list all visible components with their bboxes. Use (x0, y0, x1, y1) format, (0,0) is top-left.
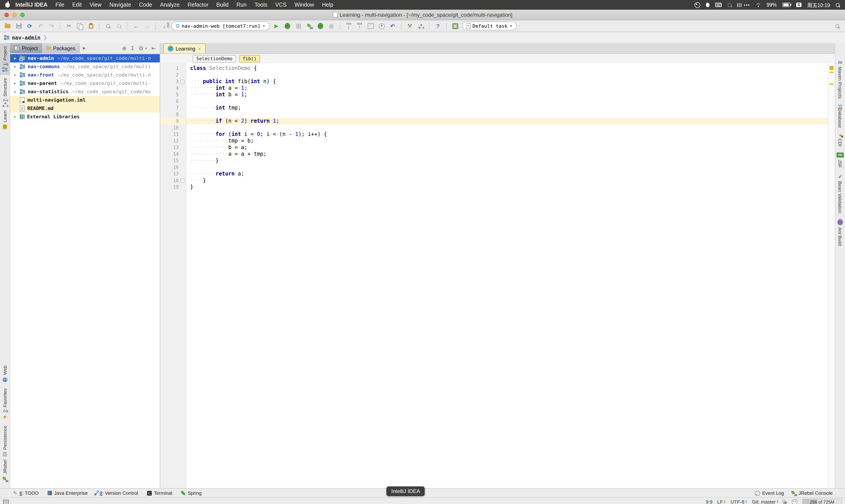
stripe-item-cdi[interactable]: CDI (835, 131, 845, 150)
editor-tab-learning[interactable]: C Learning × (163, 43, 205, 53)
input-method-badge[interactable]: EN (715, 3, 722, 7)
stripe-item-bean-validation[interactable]: ✓Bean Validation (835, 171, 845, 216)
help-button[interactable]: ? (434, 22, 442, 30)
menu-help[interactable]: Help (318, 2, 337, 8)
jrebel-debug-button[interactable] (316, 22, 324, 30)
gutter-line-16[interactable]: 16 (160, 164, 186, 170)
code-line-3[interactable]: ····public·int·fib(int·n)·{ (186, 78, 828, 85)
columns-tray-icon[interactable] (737, 3, 738, 7)
jrebel-run-button[interactable]: JR (305, 22, 314, 30)
cut-button[interactable]: ✂ (65, 22, 73, 30)
tree-row-nav-commons[interactable]: ▶nav-commons~/my_code_space/git_code/mul… (10, 62, 160, 71)
menu-navigate[interactable]: Navigate (105, 2, 135, 8)
stripe-item-favorites[interactable]: 2: Favorites★ (0, 385, 10, 423)
find-button[interactable] (104, 22, 112, 30)
warning-mark[interactable] (830, 72, 833, 73)
code-line-14[interactable]: ············a·=·a·+·tmp; (186, 151, 828, 158)
copy-button[interactable] (76, 22, 84, 30)
warning-mark[interactable] (830, 84, 833, 85)
spotlight-search-icon[interactable] (836, 3, 840, 7)
run-configuration-select[interactable]: ⚙ nav-admin-web [tomcat7:run] ▼ (171, 21, 269, 30)
gutter-line-18[interactable]: 18− (160, 177, 186, 184)
gutter-line-15[interactable]: 15 (160, 158, 186, 164)
stripe-item-database[interactable]: Database (835, 102, 845, 131)
stripe-item-maven-projects[interactable]: mMaven Projects (835, 56, 845, 102)
gutter-line-19[interactable]: 19 (160, 184, 186, 191)
gutter-line-17[interactable]: 17 (160, 170, 186, 177)
menu-analyze[interactable]: Analyze (156, 2, 184, 8)
hector-inspector-icon[interactable] (792, 499, 797, 504)
close-tab-icon[interactable]: × (198, 46, 201, 51)
code-line-6[interactable] (186, 98, 828, 105)
code-line-2[interactable] (186, 72, 828, 78)
readonly-lock-icon[interactable] (784, 501, 787, 504)
line-ending-select[interactable]: LF▲▼ (717, 499, 726, 504)
tree-row-external-libraries[interactable]: ▶External Libraries (10, 113, 160, 121)
coverage-button[interactable] (294, 22, 303, 30)
caret-position[interactable]: 9:9 (706, 499, 712, 504)
forward-button[interactable]: → (143, 22, 152, 30)
tree-row-nav-statistics[interactable]: ▶nav-statistics~/my_code_space/git_code/… (10, 88, 160, 96)
stripe-item-structure[interactable]: 7: Structure (0, 75, 10, 107)
penguin-tray-icon[interactable] (706, 3, 709, 7)
stripe-item-jsf[interactable]: JSFJSF (835, 150, 845, 171)
menu-bar-clock[interactable]: 周五10:19 (807, 1, 830, 8)
zoom-window-button[interactable] (20, 13, 25, 17)
code-line-4[interactable]: ········int·a·=·1; (186, 85, 828, 91)
fold-marker-icon[interactable]: − (180, 79, 184, 84)
toolwindow-version-control[interactable]: 9: Version Control (96, 490, 138, 496)
jrebel-config-button[interactable] (451, 22, 459, 30)
gutter-line-14[interactable]: 14 (160, 151, 186, 158)
menu-run[interactable]: Run (233, 2, 251, 8)
undo-button[interactable]: ↶ (37, 22, 45, 30)
tab-packages[interactable]: Packages (42, 43, 80, 53)
code-line-12[interactable]: ············tmp·=·b; (186, 138, 828, 144)
profiler-button[interactable] (327, 22, 336, 30)
input-search-icon[interactable] (728, 3, 732, 7)
locate-target-icon[interactable]: ⊕ (122, 45, 126, 51)
replace-button[interactable] (115, 22, 123, 30)
toolwindow-todo[interactable]: ✎6: TODO (13, 490, 39, 496)
menu-refactor[interactable]: Refactor (183, 2, 212, 8)
code-line-1[interactable]: class·SelectionDemo·{ (186, 65, 828, 72)
gutter-line-3[interactable]: 3− (160, 78, 186, 85)
gutter-line-11[interactable]: 11 (160, 131, 186, 138)
redo-button[interactable]: ↷ (48, 22, 56, 30)
code-line-8[interactable] (186, 111, 828, 118)
gutter-line-13[interactable]: 13 (160, 144, 186, 151)
gutter-line-12[interactable]: 12 (160, 138, 186, 144)
menu-file[interactable]: File (52, 2, 68, 8)
inspection-indicator[interactable] (830, 66, 833, 70)
menu-window[interactable]: Window (291, 2, 318, 8)
menu-vcs[interactable]: VCS (271, 2, 291, 8)
synchronize-button[interactable]: ⟳ (25, 22, 34, 30)
code-line-15[interactable]: ········} (186, 158, 828, 164)
tab-project[interactable]: Project (10, 43, 42, 53)
gutter-line-7[interactable]: 7 (160, 105, 186, 111)
vcs-commit-button[interactable]: VCS↑ (355, 22, 364, 30)
menu-tools[interactable]: Tools (250, 2, 271, 8)
toolwindow-java-enterprise[interactable]: Java Enterprise (48, 490, 88, 496)
toolwindow-jrebel-console[interactable]: JRJRebel Console (791, 490, 833, 496)
code-line-10[interactable] (186, 124, 828, 131)
search-everywhere-button[interactable] (833, 22, 842, 30)
stripe-item-persistence[interactable]: Persistence (0, 423, 10, 457)
more-tabs-button[interactable]: ▶ (80, 43, 89, 53)
paste-button[interactable] (87, 22, 95, 30)
menu-edit[interactable]: Edit (68, 2, 86, 8)
settings-button[interactable]: ⚒ (406, 22, 414, 30)
rollback-button[interactable]: ↶ (388, 22, 397, 30)
screen-record-icon[interactable] (694, 2, 700, 8)
code-line-11[interactable]: ········for·(int·i·=·0;·i·<·(n·-·1);·i++… (186, 131, 828, 138)
encoding-select[interactable]: UTF-8▲▼ (730, 499, 747, 504)
stripe-item-jrebel[interactable]: JRebelJR (0, 457, 10, 485)
collapse-all-icon[interactable]: ↧ (130, 45, 135, 51)
project-structure-button[interactable] (417, 22, 425, 30)
save-all-button[interactable] (15, 22, 23, 30)
gutter-line-9[interactable]: 9 (160, 118, 186, 124)
code-editor[interactable]: 123−456789101112131415161718−19 class·Se… (160, 63, 835, 488)
nav-crumb[interactable]: nav-admin (12, 35, 40, 41)
breadcrumb-method[interactable]: fib() (239, 55, 260, 62)
stripe-item-project[interactable]: 1: Project (0, 43, 10, 75)
expand-arrow-icon[interactable]: ▶ (14, 115, 20, 119)
